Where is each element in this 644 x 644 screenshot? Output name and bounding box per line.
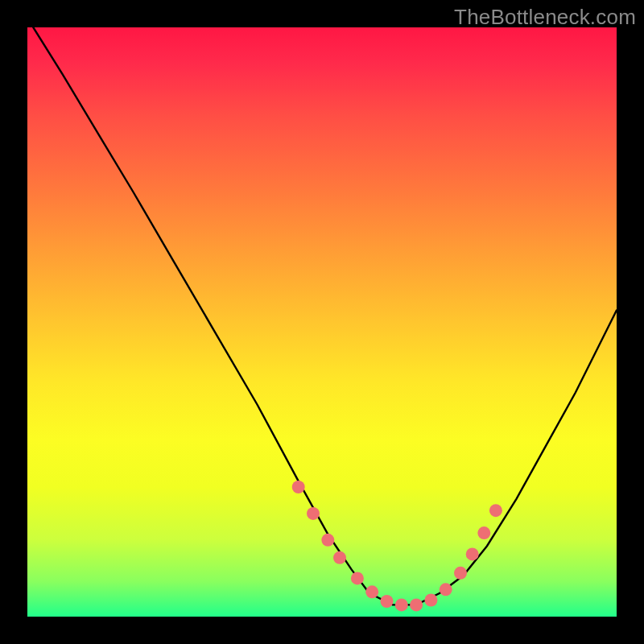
marker-dot — [333, 551, 346, 564]
chart-svg — [27, 27, 617, 617]
marker-dots — [292, 481, 502, 611]
marker-dot — [321, 534, 334, 547]
marker-dot — [466, 547, 479, 560]
curve-layer — [33, 27, 617, 605]
marker-dot — [381, 595, 394, 608]
marker-dot — [440, 583, 452, 596]
bottleneck-curve — [33, 27, 617, 605]
chart-gradient-background — [27, 27, 617, 617]
watermark-text: TheBottleneck.com — [454, 5, 636, 30]
marker-dot — [489, 504, 502, 517]
marker-dot — [477, 526, 490, 539]
marker-dot — [410, 598, 423, 611]
marker-dot — [424, 594, 437, 607]
marker-dot — [292, 481, 305, 493]
marker-dot — [307, 507, 320, 520]
marker-dot — [351, 572, 364, 584]
marker-dot — [395, 598, 408, 611]
marker-dot — [365, 585, 378, 598]
marker-dot — [454, 567, 467, 580]
